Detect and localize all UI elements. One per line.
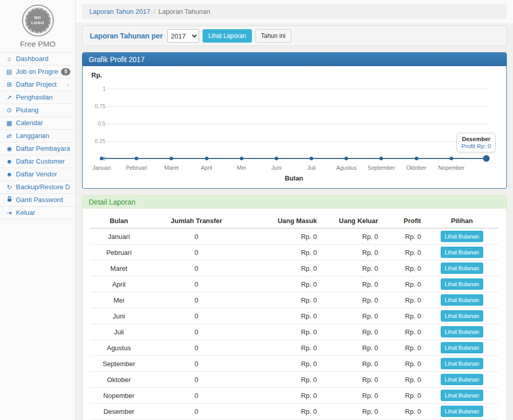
sidebar-item-calendar[interactable]: ▦Calendar [0, 116, 75, 129]
table-cell-action: Lihat Bulanan [425, 261, 499, 276]
table-cell: 0 [147, 276, 245, 292]
data-point-juni[interactable] [274, 157, 278, 161]
table-cell: 0 [147, 245, 245, 261]
lihat-bulanan-button[interactable]: Lihat Bulanan [441, 406, 483, 417]
table-cell: Desember [90, 404, 147, 419]
table-cell: Rp. 0 [382, 388, 425, 404]
sidebar-item-label: Daftar Customer [16, 157, 70, 166]
lihat-bulanan-button[interactable]: Lihat Bulanan [441, 342, 483, 353]
data-point-pebruari[interactable] [135, 157, 139, 161]
sidebar-item-label: Backup/Restore DB [16, 183, 70, 191]
sidebar-item-piutang[interactable]: ⊙Piutang [0, 104, 75, 116]
table-header-row: BulanJumlah TransferUang MasukUang Kelua… [90, 214, 499, 228]
chart-gridline [107, 106, 489, 107]
table-cell: September [90, 356, 147, 372]
chart-line-icon: ↗ [5, 93, 13, 102]
sidebar-item-daftar-pembayaran[interactable]: ◉Daftar Pembayaran [0, 142, 75, 155]
tahun-ini-button[interactable]: Tahun ini [255, 29, 291, 43]
brand-name: Free PMO [0, 38, 75, 52]
breadcrumb: Laporan Tahun 2017/Laporan Tahunan [82, 4, 507, 19]
sidebar-item-daftar-customer[interactable]: ☻Daftar Customer [0, 155, 75, 168]
lihat-bulanan-button[interactable]: Lihat Bulanan [441, 326, 483, 337]
lihat-bulanan-button[interactable]: Lihat Bulanan [441, 231, 483, 242]
main-area: Laporan Tahun 2017/Laporan Tahunan Lapor… [76, 0, 513, 420]
table-cell: 0 [147, 228, 245, 245]
sidebar-item-daftar-vendor[interactable]: ☻Daftar Vendor [0, 168, 75, 181]
sidebar-item-ganti-password[interactable]: Ganti Password [0, 193, 75, 206]
profit-series-line [102, 158, 486, 159]
table-row: Agustus0Rp. 0Rp. 0Rp. 0Lihat Bulanan [90, 340, 499, 356]
table-cell-action: Lihat Bulanan [425, 340, 499, 356]
topbar: Laporan Tahun 2017/Laporan Tahunan [76, 0, 513, 23]
data-point-juli[interactable] [310, 157, 313, 161]
job-count-badge: 0 [61, 68, 70, 75]
table-row: Maret0Rp. 0Rp. 0Rp. 0Lihat Bulanan [90, 261, 499, 276]
data-point-mei[interactable] [240, 157, 243, 161]
table-cell: Juni [90, 308, 147, 324]
lihat-laporan-button[interactable]: Lihat Laporan [203, 29, 251, 43]
table-cell-action: Lihat Bulanan [425, 372, 499, 388]
report-controls: Laporan Tahunan per 2017 Lihat Laporan T… [82, 26, 507, 46]
table-cell: 0 [147, 261, 245, 276]
table-cell: Rp. 0 [382, 324, 425, 340]
table-row: Juni0Rp. 0Rp. 0Rp. 0Lihat Bulanan [90, 308, 499, 324]
data-point-oktober[interactable] [415, 157, 418, 161]
sidebar-item-langganan[interactable]: ⇄Langganan [0, 129, 75, 142]
data-point-desember[interactable] [483, 155, 490, 162]
tooltip-value: Profit Rp: 0 [461, 143, 491, 149]
table-cell: 0 [147, 292, 245, 308]
lihat-bulanan-button[interactable]: Lihat Bulanan [441, 294, 483, 306]
y-axis-title: Rp. [91, 71, 102, 79]
data-point-januari[interactable] [100, 157, 104, 161]
table-cell: Rp. 0 [245, 308, 321, 324]
table-cell: Rp. 0 [245, 340, 321, 356]
x-tick-label: Nopember [438, 165, 464, 171]
table-cell: Maret [90, 261, 147, 276]
table-row: Januari0Rp. 0Rp. 0Rp. 0Lihat Bulanan [90, 228, 499, 245]
table-cell: Rp. 0 [382, 245, 425, 261]
sidebar-item-backup-restore-db[interactable]: ↻Backup/Restore DB [0, 181, 75, 193]
data-point-nopember[interactable] [449, 157, 453, 161]
lihat-bulanan-button[interactable]: Lihat Bulanan [441, 358, 483, 369]
data-point-april[interactable] [205, 157, 208, 161]
table-cell: Oktober [90, 372, 147, 388]
chart-gridline [107, 141, 489, 142]
sidebar-item-daftar-project[interactable]: ⊞Daftar Project‹ [0, 78, 75, 91]
exchange-icon: ⇄ [5, 132, 13, 140]
x-tick-label: Maret [164, 165, 179, 171]
sidebar-item-dashboard[interactable]: ⌂Dashboard [0, 52, 75, 65]
table-cell-action: Lihat Bulanan [425, 308, 499, 324]
lihat-bulanan-button[interactable]: Lihat Bulanan [441, 263, 483, 274]
lihat-bulanan-button[interactable]: Lihat Bulanan [441, 247, 483, 258]
table-cell: Nopember [90, 388, 147, 404]
content: Laporan Tahunan per 2017 Lihat Laporan T… [76, 23, 513, 420]
x-axis-title: Bulan [285, 174, 303, 182]
dashboard-icon: ⌂ [5, 55, 13, 63]
lihat-bulanan-button[interactable]: Lihat Bulanan [441, 278, 483, 290]
column-header-pilihan: Pilihan [425, 214, 499, 228]
lihat-bulanan-button[interactable]: Lihat Bulanan [441, 310, 483, 322]
sidebar-item-label: Keluar [16, 209, 70, 217]
sidebar-item-penghasilan[interactable]: ↗Penghasilan [0, 91, 75, 104]
column-header-bulan: Bulan [90, 214, 147, 228]
data-point-maret[interactable] [170, 157, 173, 161]
lihat-bulanan-button[interactable]: Lihat Bulanan [441, 390, 483, 401]
data-point-agustus[interactable] [345, 157, 348, 161]
breadcrumb-link[interactable]: Laporan Tahun 2017 [89, 8, 150, 15]
chevron-left-icon: ‹ [67, 81, 70, 89]
table-cell: Agustus [90, 340, 147, 356]
calendar-icon: ▦ [5, 119, 13, 127]
sidebar-item-label: Calendar [16, 119, 70, 127]
sidebar-item-job-on-progress[interactable]: ▤Job on Progress0 [0, 65, 75, 78]
data-point-september[interactable] [380, 157, 383, 161]
chart-tooltip: Desember Profit Rp: 0 [457, 133, 496, 152]
table-cell: Rp. 0 [245, 292, 321, 308]
x-tick-label: Agustus [336, 165, 357, 171]
year-select[interactable]: 2017 [167, 29, 199, 43]
table-cell: Rp. 0 [245, 388, 321, 404]
y-tick-label: 1 [90, 86, 106, 92]
sidebar-item-keluar[interactable]: ⇥Keluar [0, 206, 75, 219]
table-cell: Rp. 0 [321, 388, 382, 404]
no-logo-badge: NO LOGO [25, 8, 51, 33]
lihat-bulanan-button[interactable]: Lihat Bulanan [441, 374, 483, 385]
